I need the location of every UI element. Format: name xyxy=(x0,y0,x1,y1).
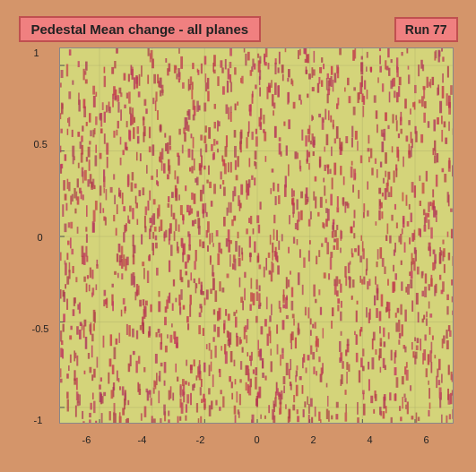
plot-background xyxy=(59,47,454,424)
x-label-neg4: -4 xyxy=(138,434,147,445)
y-label-neg1: -1 xyxy=(34,415,43,425)
x-label-neg2: -2 xyxy=(196,434,205,445)
y-label-0: 0 xyxy=(38,232,43,243)
run-label: Run 77 xyxy=(394,17,458,42)
header-row: Pedestal Mean change - all planes Run 77 xyxy=(10,9,467,47)
chart-area: 1 0.5 0 -0.5 -1 -6 -4 -2 0 2 4 6 xyxy=(32,47,454,451)
x-label-0: 0 xyxy=(254,434,259,445)
x-label-2: 2 xyxy=(310,434,316,445)
y-label-neg0.5: -0.5 xyxy=(32,323,49,334)
x-label-4: 4 xyxy=(367,434,372,445)
y-label-1: 1 xyxy=(34,47,39,58)
y-label-0.5: 0.5 xyxy=(34,139,48,150)
x-label-6: 6 xyxy=(423,434,428,445)
main-container: Pedestal Mean change - all planes Run 77… xyxy=(10,9,467,463)
y-axis xyxy=(32,47,59,424)
chart-title: Pedestal Mean change - all planes xyxy=(19,16,262,42)
x-label-neg6: -6 xyxy=(82,434,91,445)
